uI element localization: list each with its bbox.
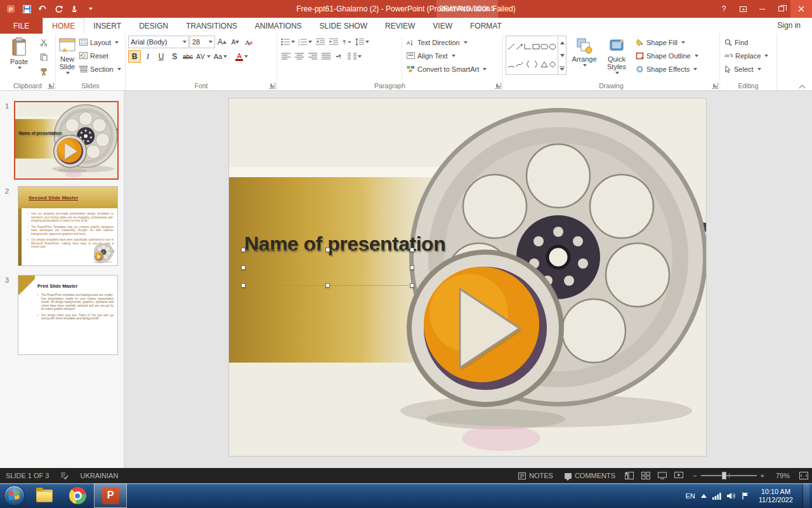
taskbar-explorer-button[interactable] — [28, 483, 61, 508]
collapse-ribbon-button[interactable] — [800, 84, 806, 88]
quick-styles-button[interactable]: Quick Styles — [602, 36, 631, 79]
selection-handle-top-left[interactable] — [241, 248, 246, 252]
close-button[interactable] — [790, 0, 812, 18]
select-button[interactable]: Select — [723, 62, 770, 76]
tab-insert[interactable]: INSERT — [84, 18, 130, 34]
bold-button[interactable]: B — [128, 50, 141, 63]
text-shadow-button[interactable]: S — [168, 50, 181, 63]
touch-mode-button[interactable] — [67, 3, 81, 15]
align-right-button[interactable] — [306, 50, 319, 63]
section-button[interactable]: Section — [77, 62, 123, 76]
taskbar-powerpoint-button[interactable]: P — [94, 483, 127, 508]
gallery-more-icon[interactable] — [558, 62, 566, 74]
spellcheck-button[interactable] — [55, 468, 74, 483]
slide-thumbnail-1[interactable] — [14, 101, 119, 180]
paragraph-dialog-launcher[interactable] — [495, 83, 501, 89]
tab-review[interactable]: REVIEW — [376, 18, 424, 34]
save-button[interactable] — [20, 3, 34, 15]
copy-button[interactable] — [37, 50, 51, 64]
shapes-gallery[interactable] — [506, 36, 566, 75]
app-icon[interactable]: P — [4, 3, 18, 15]
taskbar-clock[interactable]: 10:10 AM 11/12/2022 — [755, 488, 797, 504]
strikethrough-button[interactable]: abc — [181, 50, 194, 63]
tab-file[interactable]: FILE — [0, 18, 43, 34]
tab-design[interactable]: DESIGN — [130, 18, 177, 34]
numbering-button[interactable]: 123 — [297, 36, 313, 48]
clipboard-dialog-launcher[interactable] — [48, 83, 54, 89]
tab-slide-show[interactable]: SLIDE SHOW — [311, 18, 376, 34]
notes-toggle[interactable]: NOTES — [513, 468, 559, 483]
slide-show-button[interactable] — [671, 468, 687, 483]
italic-button[interactable]: I — [141, 50, 154, 63]
shape-elbow-connector-icon[interactable] — [524, 43, 532, 50]
network-button[interactable] — [712, 492, 721, 500]
shape-arrow-icon[interactable] — [516, 43, 523, 50]
shrink-font-button[interactable]: A — [229, 36, 242, 48]
slide-indicator[interactable]: SLIDE 1 OF 3 — [0, 468, 55, 483]
justify-button[interactable] — [320, 50, 332, 63]
drawing-dialog-launcher[interactable] — [712, 83, 718, 89]
help-button[interactable]: ? — [714, 0, 733, 18]
shape-right-brace-icon[interactable] — [534, 60, 539, 68]
shape-rectangle-icon[interactable] — [532, 43, 540, 50]
underline-button[interactable]: U — [155, 50, 167, 63]
selection-handle-bottom-right[interactable] — [410, 283, 414, 288]
show-hidden-icons-button[interactable] — [701, 494, 707, 498]
slide-editing-surface[interactable] — [229, 98, 706, 456]
repeat-button[interactable] — [51, 3, 65, 15]
line-spacing-button[interactable] — [354, 36, 370, 48]
zoom-percent[interactable]: 79% — [770, 468, 796, 483]
shape-diamond-icon[interactable] — [549, 61, 556, 68]
rtl-direction-button[interactable]: ¶ — [333, 50, 346, 63]
zoom-in-button[interactable]: + — [761, 468, 770, 483]
slide-canvas[interactable] — [124, 91, 812, 468]
sign-in-link[interactable]: Sign in — [777, 18, 801, 34]
shape-left-brace-icon[interactable] — [525, 60, 530, 68]
normal-view-button[interactable] — [621, 468, 638, 483]
shape-line-icon[interactable] — [508, 43, 515, 50]
tab-view[interactable]: VIEW — [424, 18, 461, 34]
shape-oval-icon[interactable] — [549, 43, 556, 50]
shape-effects-button[interactable]: Shape Effects — [634, 62, 700, 76]
selection-handle-middle-left[interactable] — [241, 265, 246, 270]
selection-handle-top-center[interactable] — [325, 248, 330, 252]
tab-transitions[interactable]: TRANSITIONS — [177, 18, 246, 34]
taskbar-chrome-button[interactable] — [61, 483, 94, 508]
font-color-button[interactable]: A — [234, 50, 249, 63]
convert-to-smartart-button[interactable]: Convert to SmartArt — [405, 62, 488, 76]
language-indicator[interactable]: UKRAINIAN — [74, 468, 124, 483]
bullets-button[interactable] — [280, 36, 296, 48]
clear-formatting-button[interactable]: A — [242, 36, 255, 48]
paste-button[interactable]: Paste — [3, 36, 36, 79]
selection-handle-bottom-center[interactable] — [325, 283, 330, 288]
shape-arc-icon[interactable] — [508, 61, 515, 68]
minimize-button[interactable] — [752, 0, 771, 18]
customize-qat-dropdown[interactable] — [83, 3, 97, 15]
undo-button[interactable] — [36, 3, 49, 15]
restore-button[interactable] — [771, 0, 790, 18]
zoom-slider-handle[interactable] — [722, 472, 726, 479]
zoom-out-button[interactable]: − — [687, 468, 697, 483]
text-direction-button[interactable]: A Text Direction — [405, 36, 488, 49]
new-slide-button[interactable]: New Slide — [58, 36, 76, 79]
reading-view-button[interactable] — [654, 468, 671, 483]
slide-thumbnail-3[interactable]: Print Slide Master The PowerPoint templa… — [18, 275, 118, 355]
selection-handle-bottom-left[interactable] — [241, 283, 246, 288]
align-left-button[interactable] — [280, 50, 292, 63]
align-text-button[interactable]: Align Text — [405, 49, 488, 62]
columns-button[interactable] — [346, 50, 363, 63]
selection-handle-top-right[interactable] — [410, 248, 414, 252]
cut-button[interactable] — [37, 36, 51, 50]
ribbon-display-options-button[interactable] — [733, 0, 752, 18]
slide-thumbnail-2[interactable]: Second Slide Master Use our amazing pre-… — [18, 186, 118, 266]
layout-button[interactable]: Layout — [77, 36, 123, 49]
tab-format[interactable]: FORMAT — [461, 18, 511, 34]
shape-curve-icon[interactable] — [516, 61, 523, 68]
replace-button[interactable]: ab Replace — [723, 49, 770, 62]
align-center-button[interactable] — [293, 50, 306, 63]
action-center-button[interactable] — [742, 492, 749, 500]
ltr-direction-button[interactable]: ¶ — [341, 36, 353, 48]
zoom-slider[interactable] — [701, 475, 757, 476]
shape-outline-button[interactable]: Shape Outline — [634, 49, 700, 62]
tab-home[interactable]: HOME — [43, 18, 84, 34]
